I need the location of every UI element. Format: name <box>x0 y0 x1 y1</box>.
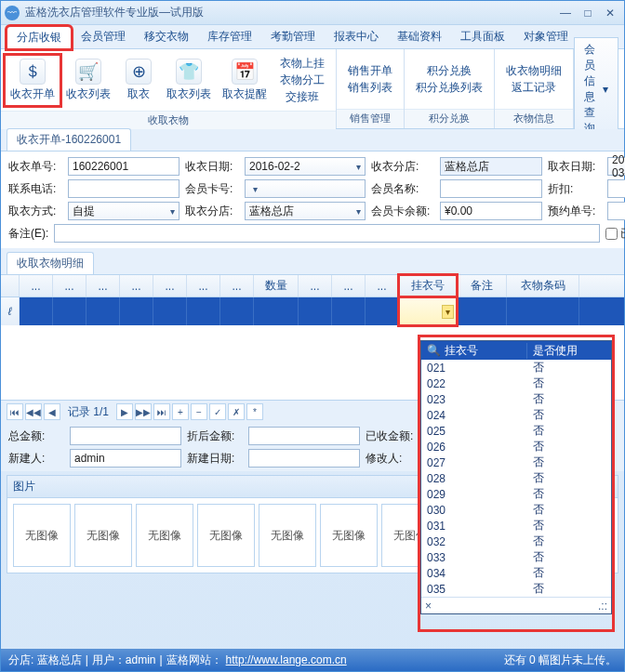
grid-col-5[interactable]: ... <box>187 275 220 296</box>
grid-col-10[interactable]: ... <box>366 275 399 296</box>
popup-row[interactable]: 028否 <box>421 470 611 486</box>
grid-cell-2[interactable] <box>86 297 120 325</box>
grid-col-3[interactable]: ... <box>120 275 153 296</box>
grid-col-12[interactable]: 备注 <box>457 275 507 296</box>
receipt-no-input[interactable] <box>68 157 180 176</box>
ribbon-clothes-info[interactable]: 收衣物明细返工记录 <box>499 59 569 99</box>
popup-row[interactable]: 030否 <box>421 502 611 518</box>
image-thumb[interactable]: 无图像 <box>320 504 378 567</box>
popup-row[interactable]: 032否 <box>421 534 611 549</box>
popup-row[interactable]: 033否 <box>421 549 611 565</box>
menu-4[interactable]: 考勤管理 <box>261 25 325 48</box>
nav-confirm[interactable]: ✓ <box>209 403 226 420</box>
grid-col-11[interactable]: 挂衣号 <box>399 275 457 296</box>
grid-cell-9[interactable] <box>332 297 366 325</box>
grid-cell-3[interactable] <box>120 297 153 325</box>
popup-row[interactable]: 021否 <box>421 360 611 376</box>
grid-cell-11[interactable] <box>399 297 457 325</box>
card-select[interactable] <box>245 179 366 198</box>
popup-row[interactable]: 026否 <box>421 439 611 455</box>
maximize-button[interactable]: □ <box>578 6 598 20</box>
remark-input[interactable] <box>54 224 599 243</box>
receipt-date-select[interactable]: 2016-02-2 <box>245 157 366 176</box>
ribbon-text-actions[interactable]: 衣物上挂衣物分工交接班 <box>273 51 332 109</box>
grid-cell-13[interactable] <box>507 297 579 325</box>
ribbon-btn-0[interactable]: ＄收衣开单 <box>5 55 60 106</box>
hanger-dropdown-popup[interactable]: 🔍挂衣号 是否使用 021否022否023否024否025否026否027否02… <box>420 340 612 614</box>
grid-cell-4[interactable] <box>153 297 187 325</box>
nav-prev-page[interactable]: ◀◀ <box>25 403 42 420</box>
nav-add[interactable]: + <box>172 403 189 420</box>
menu-2[interactable]: 移交衣物 <box>135 25 198 48</box>
pick-branch-select[interactable]: 蓝格总店 <box>245 202 366 220</box>
grid-col-0[interactable]: ... <box>20 275 53 296</box>
menu-1[interactable]: 会员管理 <box>72 25 135 48</box>
image-thumb[interactable]: 无图像 <box>197 504 255 567</box>
nav-more[interactable]: * <box>246 403 263 420</box>
reservation-input[interactable] <box>607 202 625 220</box>
grid-col-2[interactable]: ... <box>86 275 120 296</box>
menu-3[interactable]: 库存管理 <box>198 25 261 48</box>
grid-col-4[interactable]: ... <box>153 275 187 296</box>
ribbon-btn-1[interactable]: 🛒收衣列表 <box>60 55 116 106</box>
grid-col-7[interactable]: 数量 <box>254 275 299 296</box>
document-tab[interactable]: 收衣开单-160226001 <box>7 128 131 151</box>
grid-col-9[interactable]: ... <box>332 275 366 296</box>
popup-resize-handle[interactable]: .:: <box>598 600 607 613</box>
refund-checkbox[interactable]: 已退款 <box>605 226 625 242</box>
popup-row[interactable]: 022否 <box>421 376 611 391</box>
member-query-button[interactable]: 会员信息查询▾ <box>574 37 618 141</box>
ribbon-points[interactable]: 积分兑换积分兑换列表 <box>408 59 490 99</box>
popup-row[interactable]: 035否 <box>421 581 611 597</box>
popup-row[interactable]: 025否 <box>421 423 611 439</box>
nav-next[interactable]: ▶ <box>116 403 133 420</box>
detail-tab[interactable]: 收取衣物明细 <box>7 252 94 274</box>
grid-cell-7[interactable] <box>254 297 299 325</box>
nav-first[interactable]: ⏮ <box>7 403 23 420</box>
nav-cancel[interactable]: ✗ <box>228 403 245 420</box>
discount-input[interactable] <box>607 179 625 198</box>
pick-method-select[interactable]: 自提 <box>68 202 180 220</box>
popup-row[interactable]: 027否 <box>421 455 611 470</box>
popup-row[interactable]: 029否 <box>421 486 611 502</box>
ribbon-sales[interactable]: 销售开单销售列表 <box>340 59 400 99</box>
ribbon-btn-3[interactable]: 👕取衣列表 <box>161 55 217 106</box>
image-thumb[interactable]: 无图像 <box>74 504 132 567</box>
menu-6[interactable]: 基础资料 <box>388 25 451 48</box>
hanger-cell-dropdown[interactable] <box>399 297 457 325</box>
popup-row[interactable]: 034否 <box>421 565 611 581</box>
pick-date-select[interactable]: 2016-03-02 <box>607 157 625 176</box>
grid-cell-12[interactable] <box>457 297 507 325</box>
popup-close[interactable]: × <box>425 600 432 613</box>
grid-cell-10[interactable] <box>366 297 399 325</box>
grid-cell-0[interactable] <box>20 297 53 325</box>
menu-0[interactable]: 分店收银 <box>7 26 72 49</box>
branch-input[interactable] <box>440 157 542 176</box>
menu-5[interactable]: 报表中心 <box>325 25 388 48</box>
minimize-button[interactable]: — <box>555 6 576 20</box>
popup-row[interactable]: 031否 <box>421 518 611 534</box>
image-thumb[interactable]: 无图像 <box>13 504 71 567</box>
nav-remove[interactable]: − <box>191 403 207 420</box>
grid-col-1[interactable]: ... <box>53 275 86 296</box>
ribbon-btn-4[interactable]: 📅取衣提醒 <box>217 55 273 106</box>
grid-col-6[interactable]: ... <box>220 275 254 296</box>
menu-7[interactable]: 工具面板 <box>451 25 514 48</box>
member-name-input[interactable] <box>440 179 542 198</box>
grid-col-13[interactable]: 衣物条码 <box>507 275 579 296</box>
phone-input[interactable] <box>68 179 180 198</box>
close-button[interactable]: ✕ <box>600 6 620 20</box>
grid-cell-5[interactable] <box>187 297 220 325</box>
nav-last[interactable]: ⏭ <box>153 403 170 420</box>
image-thumb[interactable]: 无图像 <box>136 504 193 567</box>
nav-next-page[interactable]: ▶▶ <box>135 403 152 420</box>
menu-8[interactable]: 对象管理 <box>514 25 578 48</box>
popup-row[interactable]: 023否 <box>421 391 611 407</box>
grid-cell-6[interactable] <box>220 297 254 325</box>
grid-cell-8[interactable] <box>299 297 332 325</box>
popup-row[interactable]: 024否 <box>421 407 611 423</box>
grid-cell-1[interactable] <box>53 297 86 325</box>
status-site-link[interactable]: http://www.lange.com.cn <box>226 653 347 666</box>
ribbon-btn-2[interactable]: ⊕取衣 <box>116 55 161 106</box>
image-thumb[interactable]: 无图像 <box>259 504 316 567</box>
